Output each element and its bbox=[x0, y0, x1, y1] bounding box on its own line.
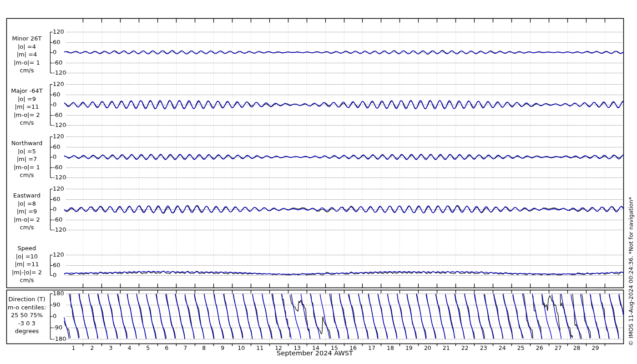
panel-label-speed-line0: Speed bbox=[4, 244, 50, 253]
panel-label-block-eastward: Eastward|o| =8|m| =9|m-o|= 2cm/s bbox=[4, 192, 50, 232]
ytick-northward--120: -120 bbox=[53, 174, 66, 181]
panel-label-eastward-line1: |o| =8 bbox=[4, 200, 50, 208]
ytick-direction-90: 90 bbox=[53, 301, 61, 308]
ytick-northward--60: -60 bbox=[53, 164, 62, 171]
ytick-speed-60: 60 bbox=[53, 262, 61, 269]
panel-label-eastward-line4: cm/s bbox=[4, 223, 50, 232]
panel-label-speed-line2: |m| =11 bbox=[4, 260, 50, 268]
panel-label-eastward-line3: |m-o|= 2 bbox=[4, 216, 50, 224]
ytick-direction--90: -90 bbox=[53, 324, 62, 331]
panel-label-direction-line1: m-o centiles: bbox=[4, 303, 50, 312]
ytick-speed-120: 120 bbox=[53, 251, 64, 258]
ytick-minor-120: 120 bbox=[53, 28, 64, 35]
panel-label-block-direction: Direction (T)m-o centiles:25 50 75%-3 0 … bbox=[4, 295, 50, 335]
panel-label-speed-line3: |m|-|o|= 2 bbox=[4, 268, 50, 277]
panel-label-northward-line2: |m| =7 bbox=[4, 155, 50, 163]
panel-label-direction-line3: -3 0 3 bbox=[4, 319, 50, 328]
ytick-major--60: -60 bbox=[53, 111, 62, 119]
panel-label-northward-line3: |m-o|= 1 bbox=[4, 163, 50, 172]
panel-label-block-northward: Northward|o| =5|m| =7|m-o|= 1cm/s bbox=[4, 139, 50, 179]
panel-label-minor-line1: |o| =4 bbox=[4, 43, 50, 51]
panel-label-speed-line4: cm/s bbox=[4, 276, 50, 284]
ytick-eastward-0: 0 bbox=[53, 206, 56, 213]
panel-label-speed-line1: |o| =10 bbox=[4, 253, 50, 261]
ytick-direction-0: 0 bbox=[53, 313, 56, 320]
panel-label-northward-line4: cm/s bbox=[4, 171, 50, 179]
panel-label-direction-line0: Direction (T) bbox=[4, 295, 50, 303]
ytick-minor-0: 0 bbox=[53, 49, 56, 56]
panel-label-major-line2: |m| =11 bbox=[4, 103, 50, 111]
ytick-major-60: 60 bbox=[53, 91, 61, 98]
panel-label-northward-line0: Northward bbox=[4, 139, 50, 147]
ytick-eastward--60: -60 bbox=[53, 216, 62, 223]
ytick-minor--120: -120 bbox=[53, 69, 66, 76]
ytick-eastward-120: 120 bbox=[53, 185, 64, 192]
ytick-major-0: 0 bbox=[53, 101, 56, 108]
panel-label-minor-line4: cm/s bbox=[4, 66, 50, 75]
ytick-major--120: -120 bbox=[53, 121, 66, 129]
panel-label-direction-line2: 25 50 75% bbox=[4, 311, 50, 319]
ytick-direction-180: 180 bbox=[53, 290, 64, 297]
panel-label-direction-line4: degrees bbox=[4, 327, 50, 335]
panel-label-block-speed: Speed|o| =10|m| =11|m|-|o|= 2cm/s bbox=[4, 244, 50, 284]
tidal-plot-canvas bbox=[0, 0, 637, 364]
ytick-northward-120: 120 bbox=[53, 133, 64, 140]
panel-label-minor-line3: |m-o|= 1 bbox=[4, 59, 50, 67]
panel-label-eastward-line0: Eastward bbox=[4, 192, 50, 200]
ytick-northward-0: 0 bbox=[53, 153, 56, 161]
panel-label-block-major: Major -64T|o| =9|m| =11|m-o|= 2cm/s bbox=[4, 87, 50, 127]
panel-label-block-minor: Minor 26T|o| =4|m| =4|m-o|= 1cm/s bbox=[4, 35, 50, 75]
ytick-major-120: 120 bbox=[53, 81, 64, 88]
panel-label-eastward-line2: |m| =9 bbox=[4, 207, 50, 216]
ytick-eastward-60: 60 bbox=[53, 196, 61, 203]
panel-label-major-line1: |o| =9 bbox=[4, 95, 50, 103]
panel-label-major-line4: cm/s bbox=[4, 119, 50, 127]
panel-label-northward-line1: |o| =5 bbox=[4, 147, 50, 156]
panel-label-major-line3: |m-o|= 2 bbox=[4, 111, 50, 119]
ytick-speed-0: 0 bbox=[53, 272, 56, 279]
panel-label-minor-line2: |m| =4 bbox=[4, 51, 50, 59]
watermark-text: © IMOS 11-Aug-2024 00:24:36. *Not for na… bbox=[627, 197, 634, 346]
panel-label-major-line0: Major -64T bbox=[4, 87, 50, 95]
ytick-minor--60: -60 bbox=[53, 59, 62, 66]
ytick-eastward--120: -120 bbox=[53, 226, 66, 233]
x-axis-label: September 2024 AWST bbox=[6, 349, 623, 357]
ytick-direction--180: -180 bbox=[53, 335, 66, 343]
panel-label-minor-line0: Minor 26T bbox=[4, 35, 50, 43]
ytick-minor-60: 60 bbox=[53, 39, 61, 46]
ytick-northward-60: 60 bbox=[53, 143, 61, 151]
